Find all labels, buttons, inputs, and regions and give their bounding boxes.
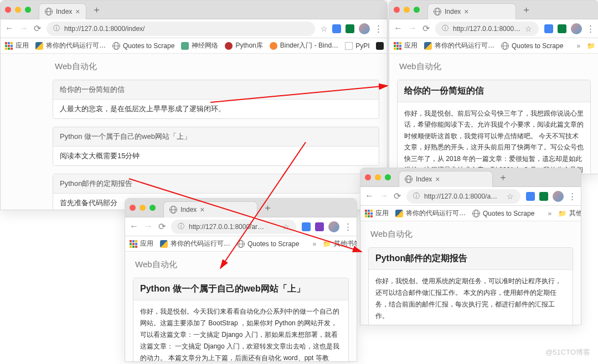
favicon-globe-icon: [434, 8, 441, 15]
profile-avatar[interactable]: [328, 221, 339, 232]
menu-icon[interactable]: ⋮: [568, 191, 576, 201]
tab-close-icon[interactable]: ×: [200, 205, 204, 214]
bookmark-item[interactable]: Python库: [225, 41, 262, 50]
zoom-dot[interactable]: [25, 7, 31, 13]
dot-icon: [225, 42, 233, 50]
page-content: Web自动化 给你的一份简短的信 你好，我是悦创。前后写公众号快三年了，我想跟你…: [389, 54, 598, 174]
back-icon[interactable]: ←: [130, 221, 138, 232]
reload-icon[interactable]: ⟳: [422, 23, 430, 34]
bookmarks-bar: 应用 将你的代码运行可… Quotes to Scrape » 其他书签: [389, 38, 598, 54]
titlebar: Index × ＋: [389, 1, 598, 19]
pypi-icon: [345, 42, 353, 50]
menu-icon[interactable]: ⋮: [586, 24, 595, 34]
bookmarks-overflow-icon[interactable]: »: [576, 42, 580, 50]
card-title: 给你的一份简短的信: [53, 80, 379, 100]
tab-active[interactable]: Index ×: [39, 3, 86, 19]
back-icon[interactable]: ←: [394, 23, 403, 34]
back-icon[interactable]: ←: [5, 23, 14, 34]
new-tab-button[interactable]: ＋: [263, 201, 272, 214]
tab-close-icon[interactable]: ×: [464, 7, 468, 16]
close-dot[interactable]: [5, 7, 11, 13]
bookmark-star-icon[interactable]: ☆: [282, 222, 290, 231]
profile-avatar[interactable]: [359, 23, 370, 34]
bookmark-item[interactable]: 将你的代码运行可…: [424, 41, 494, 50]
bookmark-item[interactable]: PyPI: [345, 42, 369, 50]
bookmark-item[interactable]: 神经网络: [181, 41, 218, 50]
bookmark-star-icon[interactable]: ☆: [321, 24, 328, 33]
bookmark-star-icon[interactable]: ☆: [507, 192, 514, 201]
apps-shortcut[interactable]: 应用: [130, 239, 153, 248]
bookmark-item[interactable]: Binder入门 - Bind…: [270, 41, 338, 50]
bookmarks-overflow-icon[interactable]: »: [548, 210, 551, 217]
extension-icon[interactable]: [558, 24, 566, 33]
new-tab-button[interactable]: ＋: [92, 3, 101, 16]
extension-icon[interactable]: [544, 24, 553, 33]
toolbar: ←→⟳ ⓘhttp://127.0.0.1:8000…☆ ⋮: [389, 19, 598, 38]
python-icon: [35, 42, 43, 50]
menu-icon[interactable]: ⋮: [344, 222, 352, 232]
nav-group: ← → ⟳: [5, 23, 41, 34]
site-header: Web自动化: [133, 252, 349, 278]
apps-shortcut[interactable]: 应用: [5, 41, 29, 50]
globe-icon: [112, 42, 120, 50]
bookmark-item[interactable]: Quotes to Scrape: [112, 42, 174, 50]
back-icon[interactable]: ←: [365, 191, 374, 201]
traffic-lights: [394, 7, 420, 13]
other-bookmarks[interactable]: 其他书签: [587, 41, 598, 50]
reload-icon[interactable]: ⟳: [394, 191, 401, 201]
profile-avatar[interactable]: [553, 191, 564, 202]
bookmark-item[interactable]: Quotes to Scrape: [501, 42, 563, 50]
extension-icon[interactable]: [332, 24, 341, 33]
toolbar-right: ☆ ⋮: [321, 23, 383, 34]
forward-icon[interactable]: →: [144, 221, 153, 232]
reload-icon[interactable]: ⟳: [34, 23, 41, 34]
bookmark-item[interactable]: VisuAlgo - 数据结…: [376, 41, 387, 50]
tab-title: Index: [416, 175, 432, 183]
nn-icon: [181, 42, 189, 50]
new-tab-button[interactable]: ＋: [522, 3, 531, 16]
binder-icon: [270, 42, 277, 50]
other-bookmarks[interactable]: 其他书签: [558, 209, 581, 218]
forward-icon[interactable]: →: [379, 191, 388, 201]
titlebar: Index × ＋: [1, 1, 387, 19]
bookmark-item[interactable]: 将你的代码运行可…: [35, 41, 106, 50]
tab-active[interactable]: Index ×: [399, 171, 493, 187]
forward-icon[interactable]: →: [19, 23, 28, 34]
address-bar[interactable]: ⓘhttp://127.0.0.1:8000/ar…☆: [171, 220, 296, 234]
url-text: http://127.0.0.1:8000/ar…: [189, 223, 278, 231]
profile-avatar[interactable]: [571, 23, 582, 34]
forward-icon[interactable]: →: [408, 23, 417, 34]
bookmarks-overflow-icon[interactable]: »: [312, 240, 316, 248]
toolbar: ←→⟳ ⓘhttp://127.0.0.1:8000/ar…☆ ⋮: [125, 217, 357, 236]
browser-window-index-large: Index × ＋ ← → ⟳ ⓘ http://127.0.0.1:8000/…: [0, 0, 388, 210]
address-bar[interactable]: ⓘhttp://127.0.0.1:8000/a…☆: [406, 189, 520, 204]
apps-shortcut[interactable]: 应用: [365, 209, 389, 218]
url-text: http://127.0.0.1:8000/index/: [64, 25, 308, 33]
apps-shortcut[interactable]: 应用: [394, 41, 417, 50]
article-card-email: Python邮件的定期报告 你好，我悦创。使用系统的定期任务，可以准时的让程序执…: [368, 247, 573, 325]
list-card-website[interactable]: Python 做一个属于自己的web网站「上」 阅读本文大概需要15分钟: [53, 127, 379, 166]
address-bar[interactable]: ⓘhttp://127.0.0.1:8000…☆: [435, 22, 539, 36]
bookmarks-bar: 应用 将你的代码运行可… Quotes to Scrape » 其他书签: [125, 236, 357, 252]
reload-icon[interactable]: ⟳: [158, 221, 166, 232]
url-text: http://127.0.0.1:8000/a…: [424, 193, 502, 200]
browser-window-website: Index × ＋ ←→⟳ ⓘhttp://127.0.0.1:8000/ar……: [125, 198, 357, 362]
toolbar: ← → ⟳ ⓘ http://127.0.0.1:8000/index/ ☆ ⋮: [1, 19, 387, 38]
extension-icon[interactable]: [346, 24, 354, 33]
minimize-dot[interactable]: [15, 7, 21, 13]
article-card-website: Python 做一个属于自己的web网站「上」 你好，我是悦创。今天我们来看看自…: [133, 278, 349, 361]
tab-close-icon[interactable]: ×: [435, 175, 440, 184]
card-preview: 人最大的悲哀，是在低层次上早早形成了逻辑闭环。: [53, 100, 379, 118]
other-bookmarks[interactable]: 其他书签: [323, 239, 357, 248]
tab-active[interactable]: Index ×: [427, 3, 516, 19]
tab-active[interactable]: Index ×: [163, 201, 257, 217]
site-info-icon[interactable]: ⓘ: [53, 24, 60, 33]
site-header: Web自动化: [397, 54, 591, 80]
new-tab-button[interactable]: ＋: [498, 171, 508, 184]
address-bar[interactable]: ⓘ http://127.0.0.1:8000/index/: [47, 22, 315, 36]
list-card-letter[interactable]: 给你的一份简短的信 人最大的悲哀，是在低层次上早早形成了逻辑闭环。: [53, 80, 379, 119]
apps-label: 应用: [16, 41, 29, 50]
tab-close-icon[interactable]: ×: [75, 7, 80, 16]
menu-icon[interactable]: ⋮: [374, 24, 383, 34]
bookmark-star-icon[interactable]: ☆: [525, 24, 532, 33]
